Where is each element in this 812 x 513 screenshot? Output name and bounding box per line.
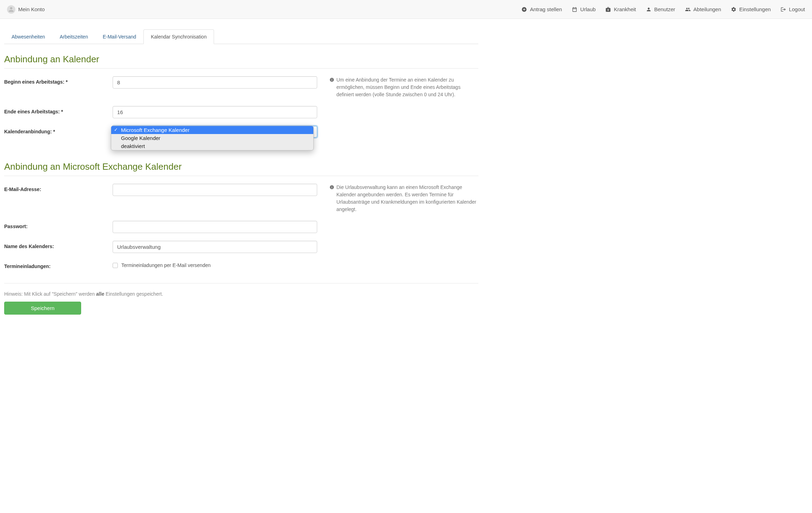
- top-navigation: Mein Konto Antrag stellen Urlaub Krankhe…: [0, 0, 812, 19]
- gear-icon: [731, 7, 736, 12]
- nav-krankheit[interactable]: Krankheit: [605, 6, 636, 12]
- section-heading-anbindung-kalender: Anbindung an Kalender: [4, 54, 478, 69]
- label-email: E-Mail-Adresse:: [4, 184, 113, 192]
- nav-label: Benutzer: [654, 6, 675, 12]
- help-text-exchange: Die Urlaubsverwaltung kann an einen Micr…: [336, 184, 478, 213]
- divider: [4, 283, 478, 283]
- user-icon: [646, 7, 651, 12]
- info-icon: [329, 77, 334, 84]
- nav-label: Einstellungen: [739, 6, 771, 12]
- info-icon: [329, 184, 334, 192]
- nav-logout[interactable]: Logout: [781, 6, 805, 12]
- avatar-icon: [7, 5, 15, 14]
- dropdown-option-exchange[interactable]: Microsoft Exchange Kalender: [111, 126, 313, 134]
- label-passwort: Passwort:: [4, 221, 113, 229]
- input-email[interactable]: [113, 184, 317, 196]
- checkbox-termineinladungen[interactable]: [113, 263, 118, 268]
- label-kalenderanbindung: Kalenderanbindung: *: [4, 126, 113, 134]
- label-begin-arbeitstag: Beginn eines Arbeitstags: *: [4, 76, 113, 85]
- tab-email-versand[interactable]: E-Mail-Versand: [95, 29, 144, 44]
- section-heading-exchange: Anbindung an Microsoft Exchange Kalender: [4, 161, 478, 176]
- medkit-icon: [605, 7, 611, 12]
- users-icon: [685, 7, 691, 12]
- nav-label: Logout: [789, 6, 805, 12]
- nav-antrag-stellen[interactable]: Antrag stellen: [521, 6, 562, 12]
- nav-abteilungen[interactable]: Abteilungen: [685, 6, 721, 12]
- tab-abwesenheiten[interactable]: Abwesenheiten: [4, 29, 52, 44]
- checkbox-termineinladungen-label: Termineinladungen per E-Mail versenden: [121, 262, 211, 268]
- nav-account-label: Mein Konto: [18, 6, 45, 12]
- label-calendar-name: Name des Kalenders:: [4, 241, 113, 249]
- hint-prefix: Hinweis: Mit Klick auf "Speichern" werde…: [4, 291, 96, 297]
- nav-label: Krankheit: [614, 6, 636, 12]
- hint-suffix: Einstellungen gespeichert.: [104, 291, 163, 297]
- input-passwort[interactable]: [113, 221, 317, 233]
- dropdown-option-deaktiviert[interactable]: deaktiviert: [111, 142, 313, 150]
- select-kalenderanbindung-wrapper: Microsoft Exchange Kalender Microsoft Ex…: [113, 126, 317, 138]
- help-text-anbindung: Um eine Anbindung der Termine an einen K…: [336, 76, 478, 98]
- nav-urlaub[interactable]: Urlaub: [572, 6, 596, 12]
- dropdown-panel: Microsoft Exchange Kalender Google Kalen…: [111, 126, 314, 150]
- tab-arbeitszeiten[interactable]: Arbeitszeiten: [52, 29, 95, 44]
- nav-label: Antrag stellen: [530, 6, 562, 12]
- nav-einstellungen[interactable]: Einstellungen: [731, 6, 771, 12]
- nav-account[interactable]: Mein Konto: [7, 5, 45, 14]
- nav-label: Abteilungen: [693, 6, 721, 12]
- hint-bold: alle: [96, 291, 104, 297]
- tab-kalendar-synchronisation[interactable]: Kalendar Synchronisation: [143, 29, 214, 44]
- input-ende-arbeitstag[interactable]: [113, 106, 317, 118]
- settings-tabs: Abwesenheiten Arbeitszeiten E-Mail-Versa…: [4, 29, 478, 44]
- nav-label: Urlaub: [580, 6, 596, 12]
- logout-icon: [781, 7, 786, 12]
- save-button[interactable]: Speichern: [4, 302, 81, 315]
- input-calendar-name[interactable]: [113, 241, 317, 253]
- save-hint: Hinweis: Mit Klick auf "Speichern" werde…: [4, 291, 478, 297]
- calendar-icon: [572, 7, 577, 12]
- input-begin-arbeitstag[interactable]: [113, 76, 317, 89]
- label-ende-arbeitstag: Ende eines Arbeitstags: *: [4, 106, 113, 114]
- nav-benutzer[interactable]: Benutzer: [646, 6, 675, 12]
- dropdown-option-google[interactable]: Google Kalender: [111, 134, 313, 142]
- label-invites: Termineinladungen:: [4, 261, 113, 269]
- plus-circle-icon: [521, 7, 527, 12]
